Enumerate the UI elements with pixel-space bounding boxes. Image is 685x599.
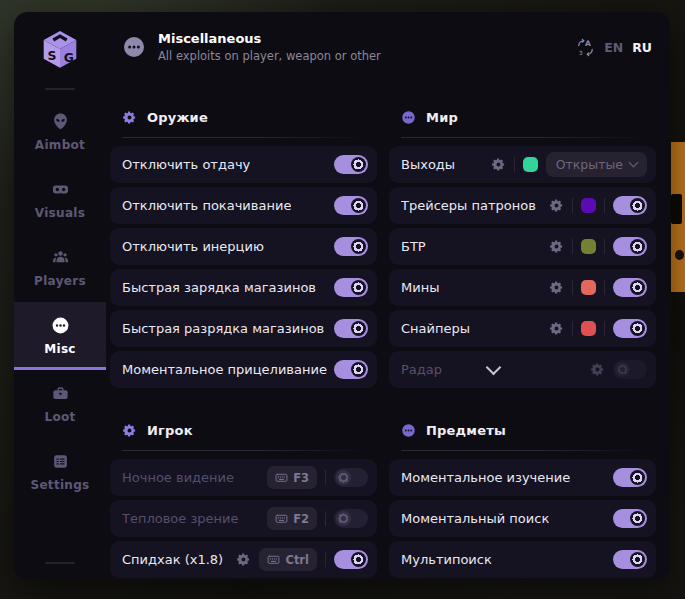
sidebar-item-players[interactable]: Players xyxy=(14,234,106,302)
ellipsis-circle-icon xyxy=(51,316,70,335)
toggle[interactable] xyxy=(613,550,647,569)
setting-label: Быстрая разрядка магазинов xyxy=(122,321,324,336)
toggle[interactable] xyxy=(613,468,647,487)
control-divider xyxy=(572,239,573,254)
settings-rows: Моментальное изучение Моментальный поиск… xyxy=(389,459,656,578)
sidebar-item-settings[interactable]: Settings xyxy=(14,438,106,506)
gear-icon xyxy=(122,110,137,125)
control-divider xyxy=(604,198,605,213)
setting-label: Выходы xyxy=(401,157,455,172)
gear-icon[interactable] xyxy=(549,239,564,254)
misc-page-icon xyxy=(122,35,146,59)
gear-icon[interactable] xyxy=(549,280,564,295)
toggle-knob xyxy=(351,552,366,567)
section-title: Мир xyxy=(426,110,458,125)
toggle[interactable] xyxy=(613,278,647,297)
language-switcher: A з EN RU xyxy=(576,38,652,57)
toggle[interactable] xyxy=(613,509,647,528)
keyboard-icon xyxy=(275,512,288,525)
section-title: Предметы xyxy=(426,423,506,438)
sidebar-item-loot[interactable]: Loot xyxy=(14,370,106,438)
chevron-down-icon[interactable] xyxy=(485,359,501,375)
section-divider xyxy=(122,137,365,138)
toggle[interactable] xyxy=(334,237,368,256)
section-title: Игрок xyxy=(147,423,193,438)
color-swatch[interactable] xyxy=(581,280,596,295)
toggle[interactable] xyxy=(334,550,368,569)
setting-label: Моментальное изучение xyxy=(401,470,570,485)
toggle-knob xyxy=(630,239,645,254)
setting-label: Отключить отдачу xyxy=(122,157,250,172)
section-divider xyxy=(401,450,644,451)
page-header: Miscellaneous All exploits on player, we… xyxy=(106,12,670,82)
settings-content: Оружие Отключить отдачу Отключить покачи… xyxy=(106,82,670,580)
sidebar-item-visuals[interactable]: Visuals xyxy=(14,166,106,234)
hotkey-badge[interactable]: Ctrl xyxy=(259,548,317,571)
toggle-knob xyxy=(351,198,366,213)
toggle[interactable] xyxy=(334,196,368,215)
exits-dropdown[interactable]: Открытые xyxy=(546,152,647,177)
setting-label: Радар xyxy=(401,362,442,377)
toggle[interactable] xyxy=(613,237,647,256)
setting-row: Моментальный поиск xyxy=(389,500,656,537)
control-divider xyxy=(514,157,515,172)
control-divider xyxy=(325,511,326,526)
toggle[interactable] xyxy=(334,360,368,379)
setting-row: Мины xyxy=(389,269,656,306)
toggle-knob xyxy=(630,280,645,295)
toggle[interactable] xyxy=(334,155,368,174)
sidebar-item-aimbot[interactable]: Aimbot xyxy=(14,98,106,166)
setting-row: БТР xyxy=(389,228,656,265)
setting-label: Спидхак (x1.8) xyxy=(122,552,223,567)
page-title: Miscellaneous xyxy=(158,31,381,47)
sidebar-item-misc[interactable]: Misc xyxy=(14,302,106,370)
setting-label: Быстрая зарядка магазинов xyxy=(122,280,316,295)
setting-label: Мультипоиск xyxy=(401,552,492,567)
section-items: Предметы Моментальное изучение Моменталь… xyxy=(389,395,656,578)
toggle-knob xyxy=(630,552,645,567)
hotkey-badge[interactable]: F3 xyxy=(267,466,317,489)
setting-label: Отключить инерцию xyxy=(122,239,264,254)
keyboard-icon xyxy=(275,471,288,484)
gear-icon[interactable] xyxy=(549,321,564,336)
settings-rows: Ночное видение F3 Тепловое зрение F2 xyxy=(110,459,377,578)
color-swatch[interactable] xyxy=(581,321,596,336)
gear-icon[interactable] xyxy=(549,198,564,213)
sidebar-item-label: Loot xyxy=(44,410,75,424)
toggle[interactable] xyxy=(613,360,647,379)
toggle[interactable] xyxy=(334,319,368,338)
toggle[interactable] xyxy=(334,278,368,297)
setting-row: Выходы Открытые xyxy=(389,146,656,183)
setting-row: Отключить покачивание xyxy=(110,187,377,224)
sidebar-divider xyxy=(45,88,75,90)
setting-row: Снайперы xyxy=(389,310,656,347)
setting-label: Тепловое зрение xyxy=(122,511,239,526)
left-column: Оружие Отключить отдачу Отключить покачи… xyxy=(110,82,377,578)
setting-label: Моментальный поиск xyxy=(401,511,549,526)
app-logo-cube-icon: S G xyxy=(37,28,83,74)
keyboard-icon xyxy=(267,553,280,566)
toggle-knob xyxy=(351,321,366,336)
toggle[interactable] xyxy=(613,196,647,215)
toggle[interactable] xyxy=(613,319,647,338)
toggle[interactable] xyxy=(334,468,368,487)
lang-en-button[interactable]: EN xyxy=(604,40,623,55)
hotkey-badge[interactable]: F2 xyxy=(267,507,317,530)
app-window: S G Aimbot Visuals xyxy=(14,12,670,580)
color-swatch[interactable] xyxy=(523,157,538,172)
lang-ru-button[interactable]: RU xyxy=(632,40,652,55)
color-swatch[interactable] xyxy=(581,239,596,254)
svg-text:S: S xyxy=(48,48,57,63)
toggle-knob xyxy=(336,470,351,485)
gear-icon[interactable] xyxy=(236,552,251,567)
toggle[interactable] xyxy=(334,509,368,528)
color-swatch[interactable] xyxy=(581,198,596,213)
briefcase-icon xyxy=(51,384,70,403)
section-header: Предметы xyxy=(389,418,656,442)
translate-icon: A з xyxy=(576,38,595,57)
gear-icon[interactable] xyxy=(590,362,605,377)
setting-row: Моментальное изучение xyxy=(389,459,656,496)
settings-list-icon xyxy=(51,452,70,471)
control-divider xyxy=(604,239,605,254)
gear-icon[interactable] xyxy=(491,157,506,172)
